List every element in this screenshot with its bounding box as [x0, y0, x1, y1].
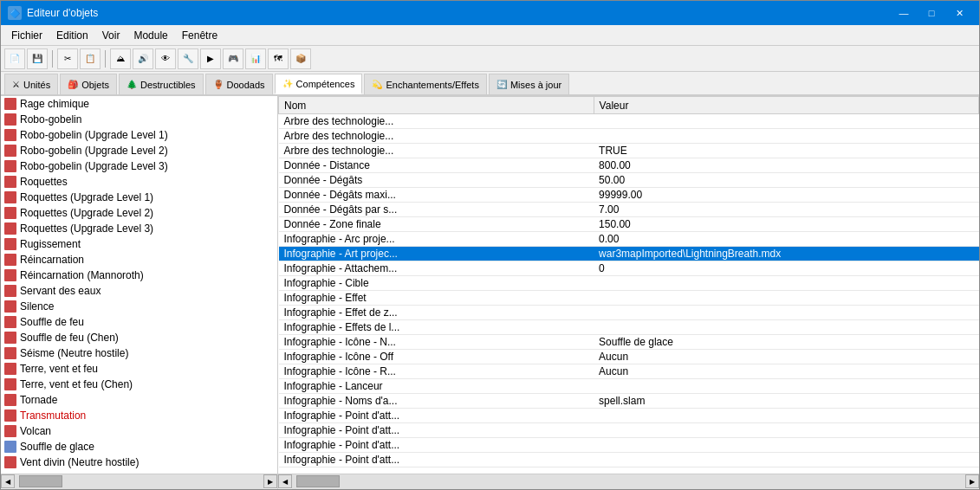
scroll-right-btn[interactable]: ▶	[263, 474, 277, 488]
menu-edition[interactable]: Edition	[49, 28, 95, 43]
toolbar-btn-2[interactable]: 💾	[27, 48, 48, 69]
list-item[interactable]: Silence	[1, 299, 263, 314]
tab-enchantements[interactable]: 💫 Enchantements/Effets	[364, 74, 486, 94]
table-row[interactable]: Infographie - Attachem...0	[279, 261, 979, 276]
list-item[interactable]: Roquettes (Upgrade Level 2)	[1, 205, 263, 221]
cell-nom: Infographie - Lanceur	[279, 379, 594, 394]
cell-valeur	[594, 129, 978, 144]
tab-destructibles[interactable]: 🌲 Destructibles	[119, 74, 204, 94]
toolbar-btn-8[interactable]: 🔧	[178, 48, 198, 69]
cell-nom: Infographie - Noms d'a...	[279, 394, 594, 409]
tab-misesajour[interactable]: 🔄 Mises à jour	[489, 74, 569, 94]
list-item-label: Tornade	[20, 394, 57, 406]
list-item[interactable]: Terre, vent et feu	[1, 361, 263, 377]
list-item[interactable]: Terre, vent et feu (Chen)	[1, 377, 263, 392]
toolbar-btn-12[interactable]: 🗺	[268, 48, 289, 69]
cell-nom: Infographie - Arc proje...	[279, 232, 594, 247]
list-item-label: Réincarnation	[20, 254, 84, 266]
toolbar-btn-10[interactable]: 🎮	[223, 48, 243, 69]
cell-nom: Arbre des technologie...	[279, 114, 594, 129]
list-item[interactable]: Réincarnation (Mannoroth)	[1, 268, 263, 283]
table-row[interactable]: Infographie - Point d'att...	[279, 423, 979, 438]
toolbar-btn-3[interactable]: ✂	[57, 48, 78, 69]
table-row[interactable]: Infographie - Lanceur	[279, 379, 979, 394]
table-row[interactable]: Donnée - Dégâts maxi...99999.00	[279, 188, 979, 203]
table-row[interactable]: Infographie - Arc proje...0.00	[279, 232, 979, 247]
toolbar-btn-4[interactable]: 📋	[80, 48, 101, 69]
table-row[interactable]: Infographie - Cible	[279, 276, 979, 291]
close-button[interactable]: ✕	[946, 4, 972, 22]
cell-valeur	[594, 291, 978, 306]
table-row[interactable]: Infographie - Effets de l...	[279, 320, 979, 335]
toolbar-btn-7[interactable]: 👁	[155, 48, 176, 69]
cell-nom: Infographie - Effets de l...	[279, 320, 594, 335]
list-item[interactable]: Rugissement	[1, 236, 263, 252]
list-item[interactable]: Servant des eaux	[1, 283, 263, 299]
table-row[interactable]: Infographie - Art projec...war3mapImport…	[279, 247, 979, 261]
tab-objets-label: Objets	[81, 80, 109, 90]
table-row[interactable]: Arbre des technologie...	[279, 114, 979, 129]
item-icon	[4, 409, 16, 422]
table-row[interactable]: Infographie - Noms d'a...spell.slam	[279, 394, 979, 409]
list-item[interactable]: Rage chimique	[1, 96, 263, 112]
scroll-right-btn-right[interactable]: ▶	[965, 474, 979, 488]
scroll-left-btn-right[interactable]: ◀	[278, 474, 292, 488]
toolbar-btn-9[interactable]: ▶	[200, 48, 221, 69]
menu-module[interactable]: Module	[127, 28, 174, 43]
toolbar-btn-1[interactable]: 📄	[4, 48, 25, 69]
table-row[interactable]: Infographie - Effet	[279, 291, 979, 306]
table-row[interactable]: Donnée - Distance800.00	[279, 158, 979, 173]
table-row[interactable]: Arbre des technologie...	[279, 129, 979, 144]
list-item[interactable]: Robo-gobelin (Upgrade Level 1)	[1, 127, 263, 143]
table-row[interactable]: Donnée - Zone finale150.00	[279, 217, 979, 232]
menu-voir[interactable]: Voir	[95, 28, 127, 43]
table-row[interactable]: Infographie - Point d'att...	[279, 438, 979, 453]
list-item[interactable]: Séisme (Neutre hostile)	[1, 345, 263, 361]
maximize-button[interactable]: □	[918, 4, 944, 22]
list-item[interactable]: Volcan	[1, 423, 263, 439]
item-icon	[4, 441, 16, 453]
toolbar-btn-6[interactable]: 🔊	[133, 48, 153, 69]
bottom-scrollbar: ◀ ▶ ◀ ▶	[1, 474, 979, 489]
table-row[interactable]: Infographie - Point d'att...	[279, 453, 979, 467]
tab-competences[interactable]: ✨ Compétences	[275, 74, 363, 94]
tab-objets[interactable]: 🎒 Objets	[60, 74, 117, 94]
list-item[interactable]: Réincarnation	[1, 252, 263, 268]
table-row[interactable]: Donnée - Dégâts50.00	[279, 173, 979, 188]
toolbar-btn-13[interactable]: 📦	[290, 48, 311, 69]
cell-valeur: spell.slam	[594, 394, 978, 409]
menu-fenetre[interactable]: Fenêtre	[175, 28, 224, 43]
menu-fichier[interactable]: Fichier	[4, 28, 49, 43]
list-item[interactable]: Roquettes	[1, 174, 263, 190]
scroll-left-btn[interactable]: ◀	[1, 474, 15, 488]
list-item[interactable]: Robo-gobelin	[1, 112, 263, 127]
list-item-label: Rage chimique	[20, 98, 89, 110]
list-item[interactable]: Souffle de glace	[1, 439, 263, 455]
list-item-label: Robo-gobelin (Upgrade Level 2)	[20, 145, 168, 157]
list-item[interactable]: Tornade	[1, 392, 263, 408]
cell-nom: Infographie - Point d'att...	[279, 409, 594, 423]
list-item[interactable]: Roquettes (Upgrade Level 1)	[1, 190, 263, 205]
list-item[interactable]: Souffle de feu (Chen)	[1, 330, 263, 345]
list-item[interactable]: Vent divin (Neutre hostile)	[1, 455, 263, 470]
list-item[interactable]: Roquettes (Upgrade Level 3)	[1, 221, 263, 236]
table-row[interactable]: Infographie - Icône - OffAucun	[279, 350, 979, 364]
toolbar-btn-5[interactable]: ⛰	[110, 48, 131, 69]
table-row[interactable]: Infographie - Effet de z...	[279, 306, 979, 320]
toolbar-btn-11[interactable]: 📊	[245, 48, 266, 69]
list-item[interactable]: Souffle de feu	[1, 314, 263, 330]
table-row[interactable]: Infographie - Icône - N...Souffle de gla…	[279, 335, 979, 350]
table-row[interactable]: Arbre des technologie...TRUE	[279, 144, 979, 158]
list-item-label: Volcan	[20, 425, 51, 437]
table-row[interactable]: Donnée - Dégâts par s...7.00	[279, 203, 979, 217]
list-item[interactable]: Robo-gobelin (Upgrade Level 3)	[1, 158, 263, 174]
list-item[interactable]: Transmutation	[1, 408, 263, 423]
minimize-button[interactable]: —	[891, 4, 917, 22]
list-item[interactable]: Robo-gobelin (Upgrade Level 2)	[1, 143, 263, 158]
cell-valeur: 50.00	[594, 173, 978, 188]
tab-unites[interactable]: ⚔ Unités	[4, 74, 58, 94]
table-row[interactable]: Infographie - Point d'att...	[279, 409, 979, 423]
table-row[interactable]: Infographie - Icône - R...Aucun	[279, 364, 979, 379]
cell-nom: Infographie - Icône - N...	[279, 335, 594, 350]
tab-doodads[interactable]: 🏺 Doodads	[205, 74, 273, 94]
